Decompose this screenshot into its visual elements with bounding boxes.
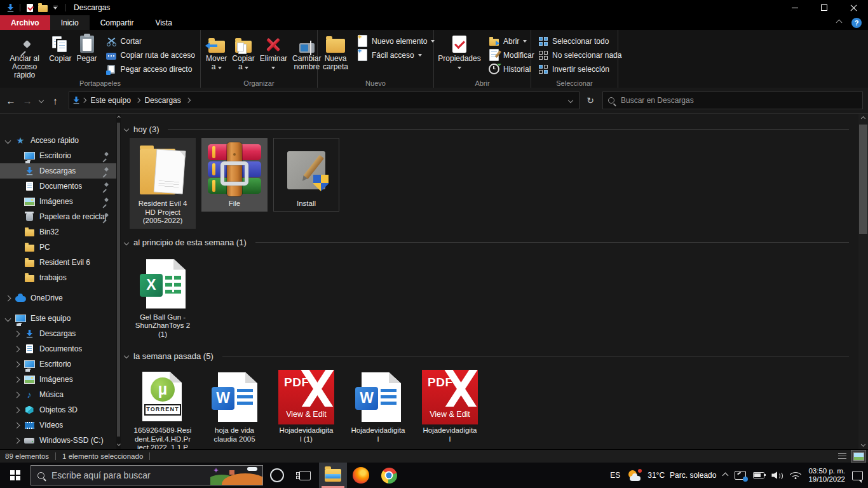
- restore-button[interactable]: [810, 0, 839, 15]
- taskbar-search-input[interactable]: [50, 470, 205, 481]
- cortana-button[interactable]: [263, 463, 291, 488]
- sidebar-this-pc[interactable]: Este equipo: [0, 311, 116, 326]
- breadcrumb[interactable]: Este equipo Descargas: [69, 92, 580, 109]
- chevron-right-icon[interactable]: [13, 346, 20, 352]
- sidebar-item-pc[interactable]: PC: [0, 240, 116, 255]
- new-folder-button[interactable]: Nueva carpeta: [320, 32, 351, 73]
- file-tile-torrent[interactable]: µ TORRENT 1659264589-Resi dent.Evil.4.HD…: [130, 365, 196, 449]
- tab-vista[interactable]: Vista: [144, 15, 182, 30]
- battery-icon[interactable]: [753, 472, 764, 478]
- taskbar-chrome[interactable]: [375, 463, 403, 488]
- file-tile-gel-ball-gun[interactable]: X Gel Ball Gun - ShunZhanToys 2 (1): [130, 252, 196, 342]
- chevron-right-icon[interactable]: [13, 407, 20, 413]
- close-button[interactable]: [839, 0, 868, 15]
- task-view-button[interactable]: [291, 463, 319, 488]
- chevron-right-icon[interactable]: [13, 422, 20, 428]
- start-button[interactable]: [0, 463, 31, 488]
- back-button[interactable]: ←: [3, 92, 19, 109]
- sidebar-pc-escritorio[interactable]: Escritorio: [0, 356, 116, 372]
- sidebar-item-bin32[interactable]: Bin32: [0, 224, 116, 240]
- sidebar-pc-windows-ssd[interactable]: Windows-SSD (C:): [0, 433, 116, 448]
- file-tile-file-rar[interactable]: File: [201, 138, 268, 212]
- new-item-button[interactable]: Nuevo elemento: [355, 34, 437, 48]
- up-button[interactable]: ↑: [47, 92, 64, 109]
- properties-quick-icon[interactable]: [24, 1, 36, 15]
- file-tile-install[interactable]: Install: [273, 138, 339, 212]
- copy-path-button[interactable]: Copiar ruta de acceso: [104, 48, 198, 62]
- tab-archivo[interactable]: Archivo: [0, 15, 50, 30]
- chevron-right-icon[interactable]: [13, 361, 20, 367]
- copy-to-button[interactable]: Copiar a: [229, 32, 257, 73]
- language-indicator[interactable]: ES: [610, 471, 620, 480]
- sidebar-quick-access[interactable]: ★ Acceso rápido: [0, 133, 116, 148]
- file-tile-hojadevida-pdf-1[interactable]: PDF View & Edit Hojadevidadigita l (1): [273, 365, 339, 447]
- details-view-button[interactable]: [835, 451, 849, 462]
- sidebar-item-documentos[interactable]: Documentos: [0, 179, 116, 194]
- edit-button[interactable]: Modificar: [486, 48, 537, 62]
- delete-button[interactable]: Eliminar: [257, 32, 290, 73]
- file-tile-hojadevida-pdf-2[interactable]: PDF View & Edit Hojadevidadigita l: [417, 365, 483, 447]
- weather-widget[interactable]: 31°C Parc. soleado: [627, 469, 716, 482]
- paste-shortcut-button[interactable]: Pegar acceso directo: [104, 62, 198, 76]
- sidebar-item-imagenes[interactable]: Imágenes: [0, 194, 116, 209]
- file-tile-hoja-de-vida[interactable]: W hoja de vida claudia 2005: [201, 365, 268, 447]
- sidebar-onedrive[interactable]: OneDrive: [0, 290, 116, 306]
- taskbar-search[interactable]: [31, 465, 263, 485]
- group-header-semana-pasada[interactable]: la semana pasada (5): [125, 349, 849, 362]
- clock[interactable]: 03:50 p. m. 19/10/2022: [808, 467, 845, 484]
- sidebar-pc-musica[interactable]: ♪ Música: [0, 387, 116, 402]
- sidebar-item-resident-evil-6[interactable]: Resident Evil 6: [0, 255, 116, 270]
- chevron-down-icon[interactable]: [124, 126, 129, 132]
- chevron-right-icon[interactable]: [13, 330, 20, 337]
- chevron-down-icon[interactable]: [124, 240, 129, 245]
- file-tile-resident-evil-folder[interactable]: Resident Evil 4 HD Project (2005-2022): [130, 138, 196, 229]
- forward-button[interactable]: →: [19, 92, 36, 109]
- search-highlight-art[interactable]: [210, 466, 262, 485]
- sidebar-item-escritorio[interactable]: Escritorio: [0, 148, 116, 163]
- sidebar-item-papelera[interactable]: Papelera de reciclaj: [0, 209, 116, 224]
- select-all-button[interactable]: Seleccionar todo: [535, 34, 624, 48]
- address-dropdown-icon[interactable]: [568, 98, 573, 103]
- pin-to-quick-access-button[interactable]: Anclar al Acceso rápido: [3, 32, 46, 81]
- cast-tray-icon[interactable]: [735, 471, 746, 480]
- easy-access-button[interactable]: Fácil acceso: [355, 48, 437, 62]
- file-tile-hojadevida-word[interactable]: W Hojadevidadigita l: [345, 365, 411, 447]
- help-button[interactable]: ?: [851, 18, 862, 28]
- select-none-button[interactable]: No seleccionar nada: [535, 48, 624, 62]
- invert-selection-button[interactable]: Invertir selección: [535, 62, 624, 76]
- paste-button[interactable]: Pegar: [74, 32, 100, 65]
- breadcrumb-downloads[interactable]: Descargas: [140, 92, 184, 109]
- chevron-down-icon[interactable]: [4, 315, 11, 322]
- new-folder-quick-icon[interactable]: [36, 1, 49, 15]
- hidden-icons-chevron-icon[interactable]: [722, 472, 729, 478]
- minimize-button[interactable]: [780, 0, 810, 15]
- open-button[interactable]: Abrir: [486, 34, 537, 48]
- chevron-right-icon[interactable]: [13, 391, 20, 398]
- tab-inicio[interactable]: Inicio: [50, 15, 90, 30]
- speaker-icon[interactable]: [771, 471, 783, 480]
- chevron-right-icon[interactable]: [13, 376, 20, 383]
- collapse-ribbon-icon[interactable]: [836, 20, 843, 26]
- sidebar-item-descargas[interactable]: Descargas: [0, 163, 116, 179]
- sidebar-pc-objetos-3d[interactable]: Objetos 3D: [0, 402, 116, 417]
- chevron-down-icon[interactable]: [4, 137, 11, 144]
- sidebar-scrollbar[interactable]: [116, 114, 121, 449]
- sidebar-pc-imagenes[interactable]: Imágenes: [0, 372, 116, 387]
- cut-button[interactable]: Cortar: [104, 34, 198, 48]
- sidebar-pc-descargas[interactable]: Descargas: [0, 326, 116, 341]
- recent-locations-icon[interactable]: [36, 92, 47, 109]
- refresh-button[interactable]: ↻: [582, 92, 599, 109]
- sidebar-pc-videos[interactable]: Vídeos: [0, 417, 116, 433]
- qat-dropdown-icon[interactable]: [49, 1, 62, 15]
- sidebar-scroll-thumb[interactable]: [117, 123, 120, 437]
- content-scroll-thumb[interactable]: [859, 125, 867, 234]
- copy-button[interactable]: Copiar: [46, 32, 74, 65]
- chevron-right-icon[interactable]: [13, 437, 20, 444]
- history-button[interactable]: Historial: [486, 62, 537, 76]
- sidebar-pc-documentos[interactable]: Documentos: [0, 341, 116, 356]
- search-input[interactable]: [620, 95, 857, 105]
- group-header-principio-semana[interactable]: al principio de esta semana (1): [125, 236, 849, 249]
- properties-button[interactable]: Propiedades: [437, 32, 482, 73]
- taskbar-file-explorer[interactable]: [319, 463, 347, 488]
- action-center-icon[interactable]: [852, 471, 863, 480]
